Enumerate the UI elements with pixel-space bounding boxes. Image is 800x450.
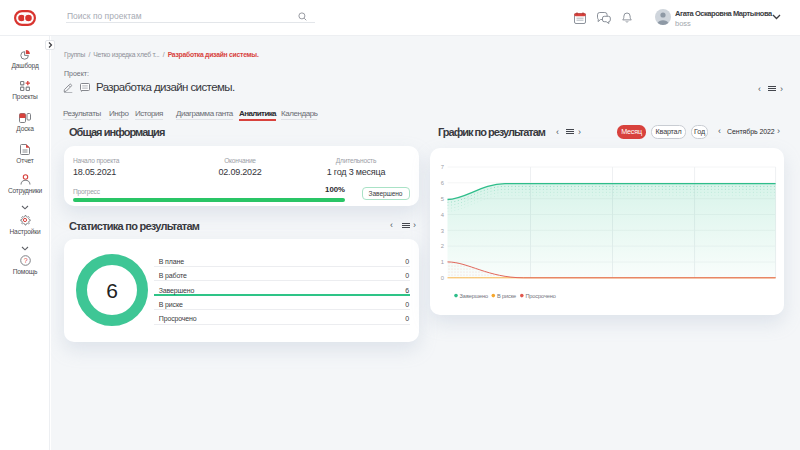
svg-text:2: 2 <box>441 243 444 249</box>
svg-text:В риске: В риске <box>497 293 516 299</box>
svg-text:0: 0 <box>441 275 444 281</box>
svg-text:6: 6 <box>441 180 444 186</box>
svg-text:3: 3 <box>441 228 444 234</box>
svg-text:?: ? <box>23 257 27 264</box>
svg-text:1: 1 <box>441 259 444 265</box>
svg-text:Завершено: Завершено <box>460 293 489 299</box>
svg-text:Просрочено: Просрочено <box>525 293 555 299</box>
svg-text:4: 4 <box>441 212 445 218</box>
svg-text:6: 6 <box>106 279 118 302</box>
svg-text:7: 7 <box>441 164 444 170</box>
svg-text:5: 5 <box>441 196 444 202</box>
